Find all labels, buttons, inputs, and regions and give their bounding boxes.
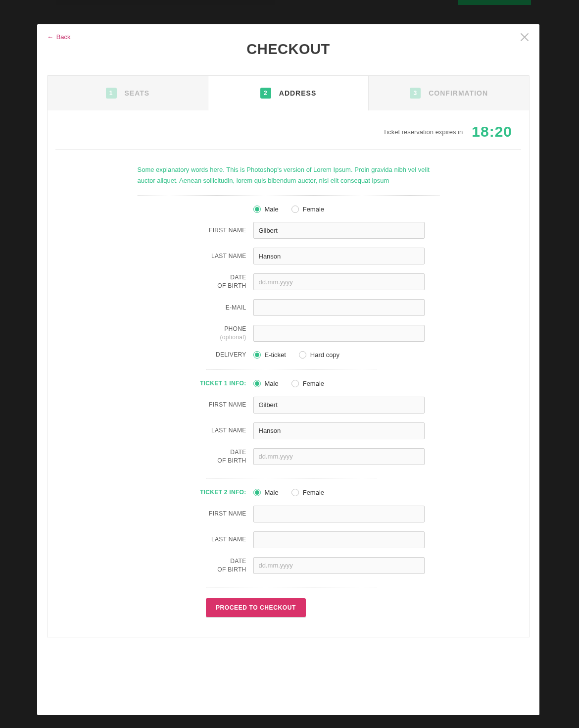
dob-input[interactable] xyxy=(253,273,425,290)
dotted-divider xyxy=(206,478,377,478)
checkout-steps: 1 SEATS 2 ADDRESS 3 CONFIRMATION xyxy=(47,75,530,110)
ticket2-last-name-label: LAST NAME xyxy=(138,535,246,544)
ticket1-gender-female-radio[interactable]: Female xyxy=(291,380,324,387)
email-input[interactable] xyxy=(253,299,425,316)
radio-icon xyxy=(299,351,306,359)
ticket2-first-name-label: FIRST NAME xyxy=(138,510,246,518)
gender-radio-group: Male Female xyxy=(253,206,425,213)
divider xyxy=(55,149,521,150)
last-name-label: LAST NAME xyxy=(138,252,246,260)
first-name-input[interactable] xyxy=(253,222,425,239)
email-label: E-MAIL xyxy=(138,304,246,312)
ticket1-last-name-input[interactable] xyxy=(253,422,425,439)
ticket1-first-name-input[interactable] xyxy=(253,397,425,414)
ticket2-dob-label: DATEOF BIRTH xyxy=(138,557,246,574)
ticket1-dob-input[interactable] xyxy=(253,448,425,465)
ticket1-gender-radio-group: Male Female xyxy=(253,380,425,387)
phone-label: PHONE(optional) xyxy=(138,325,246,342)
radio-label: Female xyxy=(303,380,324,387)
radio-label: Female xyxy=(303,206,324,213)
timer-value: 18:20 xyxy=(472,123,512,140)
radio-label: Hard copy xyxy=(310,351,339,359)
ticket1-first-name-label: FIRST NAME xyxy=(138,401,246,409)
step-label: CONFIRMATION xyxy=(429,89,488,97)
delivery-eticket-radio[interactable]: E-ticket xyxy=(253,351,286,359)
radio-label: Male xyxy=(265,489,279,496)
close-icon xyxy=(519,31,531,43)
ticket1-gender-male-radio[interactable]: Male xyxy=(253,380,279,387)
radio-icon xyxy=(291,206,299,213)
radio-icon xyxy=(291,489,299,496)
close-button[interactable] xyxy=(519,31,531,43)
step-seats[interactable]: 1 SEATS xyxy=(48,76,208,110)
ticket2-dob-input[interactable] xyxy=(253,557,425,574)
back-label: Back xyxy=(56,33,71,41)
radio-label: Male xyxy=(265,206,279,213)
delivery-radio-group: E-ticket Hard copy xyxy=(253,351,425,359)
radio-icon xyxy=(253,489,261,496)
step-label: ADDRESS xyxy=(279,89,316,97)
ticket2-gender-radio-group: Male Female xyxy=(253,489,425,496)
radio-icon xyxy=(291,380,299,387)
radio-label: Male xyxy=(265,380,279,387)
radio-label: E-ticket xyxy=(265,351,286,359)
dotted-divider xyxy=(138,195,439,196)
first-name-label: FIRST NAME xyxy=(138,226,246,235)
step-label: SEATS xyxy=(125,89,150,97)
step-address[interactable]: 2 ADDRESS xyxy=(208,76,369,110)
back-arrow-icon: ← xyxy=(47,33,53,41)
radio-icon xyxy=(253,206,261,213)
step-number: 2 xyxy=(260,88,271,99)
ticket1-last-name-label: LAST NAME xyxy=(138,426,246,435)
delivery-hardcopy-radio[interactable]: Hard copy xyxy=(299,351,339,359)
dotted-divider xyxy=(206,587,377,587)
dotted-divider xyxy=(206,369,377,369)
delivery-label: DELIVERY xyxy=(138,351,246,359)
timer-label: Ticket reservation expires in xyxy=(383,128,463,136)
checkout-modal: ← Back CHECKOUT 1 SEATS 2 ADDRESS 3 CONF… xyxy=(37,24,539,715)
step-confirmation[interactable]: 3 CONFIRMATION xyxy=(369,76,529,110)
ticket2-gender-male-radio[interactable]: Male xyxy=(253,489,279,496)
proceed-button[interactable]: PROCEED TO CHECKOUT xyxy=(206,598,306,617)
gender-female-radio[interactable]: Female xyxy=(291,206,324,213)
ticket1-heading: TICKET 1 INFO: xyxy=(138,379,246,388)
radio-icon xyxy=(253,380,261,387)
ticket2-heading: TICKET 2 INFO: xyxy=(138,488,246,497)
last-name-input[interactable] xyxy=(253,248,425,264)
ticket2-gender-female-radio[interactable]: Female xyxy=(291,489,324,496)
step-number: 3 xyxy=(410,88,421,99)
dob-label: DATEOF BIRTH xyxy=(138,273,246,290)
intro-text: Some explanatory words here. This is Pho… xyxy=(138,164,439,186)
step-number: 1 xyxy=(106,88,117,99)
radio-label: Female xyxy=(303,489,324,496)
ticket2-first-name-input[interactable] xyxy=(253,506,425,522)
ticket2-last-name-input[interactable] xyxy=(253,531,425,548)
radio-icon xyxy=(253,351,261,359)
ticket1-dob-label: DATEOF BIRTH xyxy=(138,448,246,465)
phone-input[interactable] xyxy=(253,325,425,342)
back-button[interactable]: ← Back xyxy=(47,33,71,41)
page-title: CHECKOUT xyxy=(49,41,528,57)
gender-male-radio[interactable]: Male xyxy=(253,206,279,213)
